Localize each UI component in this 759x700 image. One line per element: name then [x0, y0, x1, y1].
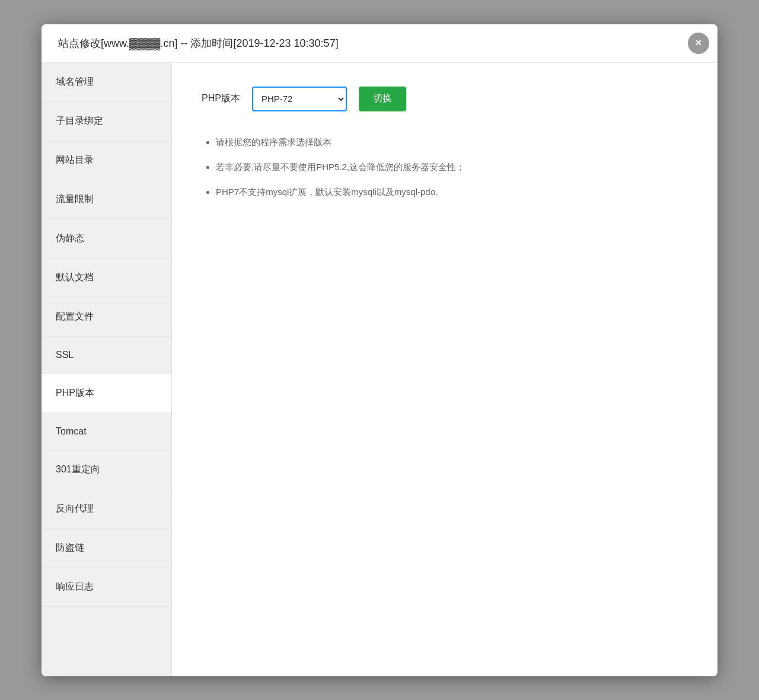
sidebar-item-subdir[interactable]: 子目录绑定	[42, 102, 171, 141]
sidebar-item-webdir[interactable]: 网站目录	[42, 141, 171, 180]
sidebar-item-reverseproxy[interactable]: 反向代理	[42, 490, 171, 529]
switch-button[interactable]: 切换	[359, 87, 406, 111]
sidebar-item-tomcat[interactable]: Tomcat	[42, 413, 171, 450]
sidebar-item-rewrite[interactable]: 伪静态	[42, 219, 171, 258]
sidebar-item-phpversion[interactable]: PHP版本	[42, 374, 171, 413]
php-version-row: PHP版本 PHP-52PHP-53PHP-54PHP-55PHP-56PHP-…	[202, 87, 688, 111]
sidebar: 域名管理子目录绑定网站目录流量限制伪静态默认文档配置文件SSLPHP版本Tomc…	[42, 63, 172, 676]
modal-body: 域名管理子目录绑定网站目录流量限制伪静态默认文档配置文件SSLPHP版本Tomc…	[42, 63, 717, 676]
sidebar-item-traffic[interactable]: 流量限制	[42, 180, 171, 219]
sidebar-item-ssl[interactable]: SSL	[42, 337, 171, 374]
modal-header: 站点修改[www.▓▓▓▓.cn] -- 添加时间[2019-12-23 10:…	[42, 24, 717, 63]
sidebar-item-domain[interactable]: 域名管理	[42, 63, 171, 102]
info-note: 若非必要,请尽量不要使用PHP5.2,这会降低您的服务器安全性；	[216, 160, 688, 174]
sidebar-item-accesslog[interactable]: 响应日志	[42, 568, 171, 607]
sidebar-item-hotlink[interactable]: 防盗链	[42, 529, 171, 568]
php-version-select[interactable]: PHP-52PHP-53PHP-54PHP-55PHP-56PHP-70PHP-…	[252, 87, 347, 111]
info-list: 请根据您的程序需求选择版本若非必要,请尽量不要使用PHP5.2,这会降低您的服务…	[202, 135, 688, 199]
sidebar-item-config[interactable]: 配置文件	[42, 298, 171, 337]
close-button[interactable]: ×	[688, 33, 709, 54]
content-area: PHP版本 PHP-52PHP-53PHP-54PHP-55PHP-56PHP-…	[172, 63, 717, 676]
info-note: PHP7不支持mysql扩展，默认安装mysqli以及mysql-pdo。	[216, 185, 688, 199]
modal-title: 站点修改[www.▓▓▓▓.cn] -- 添加时间[2019-12-23 10:…	[58, 36, 339, 50]
sidebar-item-defaultdoc[interactable]: 默认文档	[42, 258, 171, 298]
php-version-label: PHP版本	[202, 92, 240, 105]
info-note: 请根据您的程序需求选择版本	[216, 135, 688, 149]
modal-container: 站点修改[www.▓▓▓▓.cn] -- 添加时间[2019-12-23 10:…	[42, 24, 717, 676]
sidebar-item-redirect301[interactable]: 301重定向	[42, 450, 171, 490]
